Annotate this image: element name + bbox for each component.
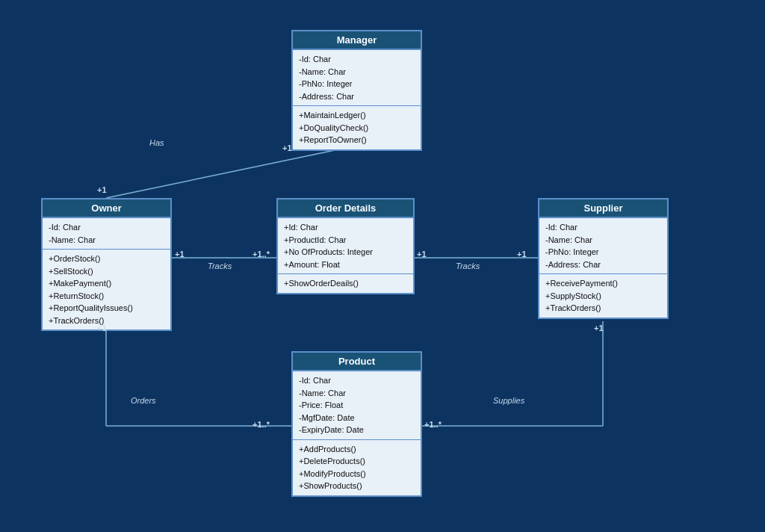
owner-attr-2: -Name: Char <box>49 234 164 247</box>
manager-attr-2: -Name: Char <box>299 66 415 78</box>
od-attr-3: +No OfProducts: Integer <box>284 246 407 259</box>
manager-title: Manager <box>293 31 421 50</box>
supplier-attr-2: -Name: Char <box>545 234 661 247</box>
owner-class: Owner -Id: Char -Name: Char +OrderStock(… <box>41 198 172 331</box>
mult-supplier-bottom: +1 <box>594 324 604 332</box>
mult-od-left: +1..* <box>253 250 270 259</box>
mult-owner-bottom: +1 <box>97 324 107 332</box>
product-method-3: +ModifyProducts() <box>299 468 415 480</box>
product-class: Product -Id: Char -Name: Char -Price: Fl… <box>291 351 422 497</box>
manager-method-2: +DoQualityCheck() <box>299 122 415 134</box>
product-attr-2: -Name: Char <box>299 387 415 400</box>
manager-attr-4: -Address: Char <box>299 90 415 103</box>
supplier-method-3: +TrackOrders() <box>545 302 661 315</box>
order-details-title: Order Details <box>278 200 413 218</box>
product-attributes: -Id: Char -Name: Char -Price: Float -Mgf… <box>293 371 421 440</box>
product-attr-3: -Price: Float <box>299 399 415 412</box>
diagram-container: Manager -Id: Char -Name: Char -PhNo: Int… <box>0 0 765 532</box>
mult-product-left: +1..* <box>253 420 270 429</box>
svg-line-0 <box>106 146 356 198</box>
owner-method-5: +ReportQualityIssues() <box>49 302 164 315</box>
manager-method-3: +ReportToOwner() <box>299 134 415 146</box>
product-attr-1: -Id: Char <box>299 374 415 387</box>
mult-owner-top: +1 <box>97 185 107 194</box>
supplier-method-1: +ReceivePayment() <box>545 277 661 290</box>
manager-attr-3: -PhNo: Integer <box>299 78 415 90</box>
supplier-methods: +ReceivePayment() +SupplyStock() +TrackO… <box>539 274 667 318</box>
order-details-attributes: +Id: Char +ProductId: Char +No OfProduct… <box>278 218 413 274</box>
supplier-attr-4: -Address: Char <box>545 259 661 271</box>
supplier-attr-3: -PhNo: Integer <box>545 246 661 259</box>
mult-supplier-left: +1 <box>517 250 527 259</box>
od-attr-2: +ProductId: Char <box>284 234 407 247</box>
product-title: Product <box>293 353 421 371</box>
order-details-class: Order Details +Id: Char +ProductId: Char… <box>276 198 415 294</box>
order-details-methods: +ShowOrderDeails() <box>278 274 413 293</box>
mult-od-right: +1 <box>417 250 427 259</box>
manager-attr-1: -Id: Char <box>299 53 415 66</box>
tracks1-label: Tracks <box>208 262 232 270</box>
owner-attr-1: -Id: Char <box>49 221 164 234</box>
owner-title: Owner <box>43 200 170 218</box>
od-method-1: +ShowOrderDeails() <box>284 277 407 290</box>
product-methods: +AddProducts() +DeleteProducts() +Modify… <box>293 440 421 495</box>
manager-methods: +MaintainLedger() +DoQualityCheck() +Rep… <box>293 106 421 149</box>
supplier-class: Supplier -Id: Char -Name: Char -PhNo: In… <box>538 198 669 319</box>
product-method-1: +AddProducts() <box>299 443 415 456</box>
owner-attributes: -Id: Char -Name: Char <box>43 218 170 250</box>
mult-owner-right: +1 <box>175 250 185 259</box>
tracks2-label: Tracks <box>456 262 480 270</box>
product-attr-4: -MgfDate: Date <box>299 412 415 424</box>
od-attr-4: +Amount: Float <box>284 259 407 271</box>
owner-methods: +OrderStock() +SellStock() +MakePayment(… <box>43 250 170 330</box>
supplier-attr-1: -Id: Char <box>545 221 661 234</box>
supplier-title: Supplier <box>539 200 667 218</box>
mult-product-right: +1..* <box>424 420 442 429</box>
mult-manager-bottom: +1 <box>282 143 292 152</box>
owner-method-2: +SellStock() <box>49 265 164 278</box>
manager-method-1: +MaintainLedger() <box>299 109 415 122</box>
product-method-4: +ShowProducts() <box>299 480 415 492</box>
supplier-method-2: +SupplyStock() <box>545 290 661 303</box>
product-method-2: +DeleteProducts() <box>299 455 415 468</box>
orders-label: Orders <box>131 396 156 405</box>
od-attr-1: +Id: Char <box>284 221 407 234</box>
has-label: Has <box>149 138 164 147</box>
owner-method-3: +MakePayment() <box>49 277 164 290</box>
product-attr-5: -ExpiryDate: Date <box>299 424 415 436</box>
owner-method-1: +OrderStock() <box>49 253 164 265</box>
manager-class: Manager -Id: Char -Name: Char -PhNo: Int… <box>291 30 422 151</box>
owner-method-4: +ReturnStock() <box>49 290 164 303</box>
supplier-attributes: -Id: Char -Name: Char -PhNo: Integer -Ad… <box>539 218 667 274</box>
supplies-label: Supplies <box>493 396 524 405</box>
manager-attributes: -Id: Char -Name: Char -PhNo: Integer -Ad… <box>293 50 421 106</box>
